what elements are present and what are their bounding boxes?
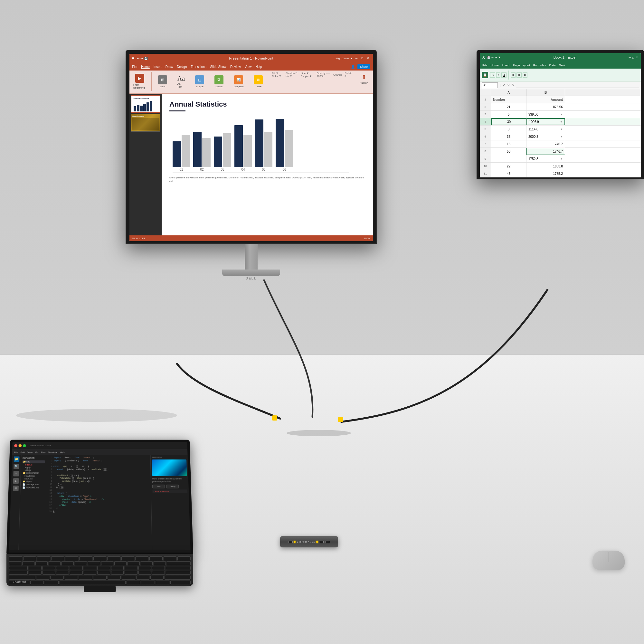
key-f7[interactable] <box>107 556 120 560</box>
key-0[interactable] <box>141 561 153 565</box>
key-minus[interactable] <box>154 561 166 565</box>
cell-b11[interactable]: 1785.2 <box>526 170 565 177</box>
share-button[interactable]: Share <box>357 64 370 69</box>
menu-help[interactable]: Help <box>255 65 262 69</box>
key-f12[interactable] <box>177 556 191 560</box>
dropdown-arrow-5[interactable]: ▼ <box>560 128 563 131</box>
menu-slideshow[interactable]: Slide Show <box>210 65 226 69</box>
view-button[interactable]: ⊞ View <box>157 75 168 89</box>
file-tree-src[interactable]: 📁 src/ <box>23 460 45 463</box>
ide-menu-edit[interactable]: Edit <box>21 451 25 453</box>
extensions-icon[interactable]: ⊞ <box>13 486 18 491</box>
key-tab[interactable] <box>9 566 28 570</box>
key-f8[interactable] <box>121 556 135 560</box>
key-4[interactable] <box>62 561 74 565</box>
cell-a10[interactable]: 22 <box>491 163 526 170</box>
key-e[interactable] <box>56 566 69 570</box>
menu-design[interactable]: Design <box>177 65 187 69</box>
traffic-light-maximize[interactable] <box>23 444 26 447</box>
file-tree-header[interactable]: Header.jsx <box>22 475 44 477</box>
key-alt[interactable] <box>45 581 59 584</box>
file-tree-styles[interactable]: 📁 styles/ <box>22 480 44 483</box>
key-f11[interactable] <box>164 556 177 560</box>
underline-button[interactable]: U <box>501 72 507 78</box>
menu-draw[interactable]: Draw <box>166 65 173 69</box>
key-d[interactable] <box>56 571 69 575</box>
bold-button[interactable]: B <box>490 72 495 78</box>
menu-file[interactable]: File <box>132 65 137 69</box>
key-f1[interactable] <box>23 556 36 560</box>
ide-menu-file[interactable]: File <box>14 451 18 453</box>
key-k[interactable] <box>125 571 137 575</box>
menu-home[interactable]: Home <box>141 65 150 69</box>
cell-b1[interactable]: Amount <box>526 96 565 103</box>
key-9[interactable] <box>128 561 140 565</box>
key-w[interactable] <box>43 566 55 570</box>
cell-b4[interactable]: 1006.9 ▼ <box>526 118 565 125</box>
key-f6[interactable] <box>93 556 107 560</box>
preview-debug-btn[interactable]: Debug <box>166 485 179 488</box>
key-f4[interactable] <box>65 556 78 560</box>
key-f10[interactable] <box>149 556 163 560</box>
from-beginning-button[interactable]: ▶ From Beginning <box>132 73 147 90</box>
excel-menu-review[interactable]: Revi... <box>559 63 567 67</box>
cell-b7[interactable]: 1746.7 <box>526 140 565 147</box>
ide-editor[interactable]: 1 import React from 'react'; 2 import { … <box>44 455 152 550</box>
key-tilde[interactable] <box>9 561 21 565</box>
cell-b6[interactable]: 2000.3 ▼ <box>526 133 565 140</box>
cell-b8[interactable]: 1746.7 <box>526 148 565 155</box>
excel-minimize-button[interactable]: ─ <box>629 56 631 59</box>
key-backspace[interactable] <box>167 561 191 565</box>
table-button[interactable]: ⊞ Table <box>252 75 264 89</box>
key-alt-r[interactable] <box>127 581 140 584</box>
debug-icon[interactable]: ▶ <box>13 478 19 484</box>
key-up[interactable] <box>141 581 155 584</box>
ide-menu-view[interactable]: View <box>27 451 33 453</box>
slide-thumb-1[interactable]: Annual Statistics <box>131 95 160 113</box>
key-ctrl-r[interactable] <box>170 581 191 584</box>
ide-menu-help[interactable]: Help <box>60 451 65 453</box>
key-v[interactable] <box>79 576 92 580</box>
ide-menu-terminal[interactable]: Terminal <box>48 451 57 453</box>
key-b[interactable] <box>93 576 106 580</box>
key-y[interactable] <box>97 566 110 570</box>
rotate-option[interactable]: Rotate ⟳ <box>345 72 352 78</box>
file-tree-readme[interactable]: 📄 README.md <box>22 486 44 489</box>
key-x[interactable] <box>50 576 63 580</box>
cell-a5[interactable]: 3 <box>491 126 526 133</box>
key-3[interactable] <box>49 561 61 565</box>
dropdown-arrow-3[interactable]: ▼ <box>560 113 563 116</box>
key-shift-r[interactable] <box>165 576 191 580</box>
key-r[interactable] <box>70 566 83 570</box>
key-g[interactable] <box>84 571 97 575</box>
excel-maximize-button[interactable]: □ <box>632 56 634 59</box>
traffic-light-minimize[interactable] <box>19 444 22 447</box>
cell-b10[interactable]: 1863.8 <box>526 163 565 170</box>
cell-a4[interactable]: 30 <box>491 118 526 125</box>
dropdown-arrow-4[interactable]: ▼ <box>560 120 563 123</box>
cell-a1[interactable]: Number <box>491 96 526 103</box>
close-button[interactable]: ✕ <box>366 56 370 61</box>
key-j[interactable] <box>111 571 124 575</box>
formula-input[interactable] <box>516 83 639 88</box>
trackpad[interactable] <box>84 586 116 592</box>
key-f3[interactable] <box>51 556 64 560</box>
menu-transitions[interactable]: Transitions <box>191 65 206 69</box>
excel-menu-data[interactable]: Data <box>549 63 555 67</box>
key-h[interactable] <box>97 571 110 575</box>
arrange-option[interactable]: Arrange <box>333 73 342 76</box>
file-tree-main[interactable]: Main.jsx <box>22 477 44 480</box>
align-right-button[interactable]: ≡ <box>523 72 527 78</box>
key-z[interactable] <box>36 576 49 580</box>
traffic-light-close[interactable] <box>14 444 17 447</box>
fill-option[interactable]: Fill ▼ Color ▼ <box>272 72 283 78</box>
minimize-button[interactable]: ─ <box>354 56 359 61</box>
file-tree-utils[interactable]: utils.js <box>22 469 45 471</box>
key-o[interactable] <box>138 566 151 570</box>
cell-b3[interactable]: 939.50 ▼ <box>526 111 565 118</box>
key-n[interactable] <box>108 576 121 580</box>
key-comma[interactable] <box>136 576 149 580</box>
cell-b5[interactable]: 1114.8 ▼ <box>526 126 565 133</box>
align-center-button[interactable]: ≡ <box>516 72 521 78</box>
cell-a2[interactable]: 21 <box>491 103 526 110</box>
